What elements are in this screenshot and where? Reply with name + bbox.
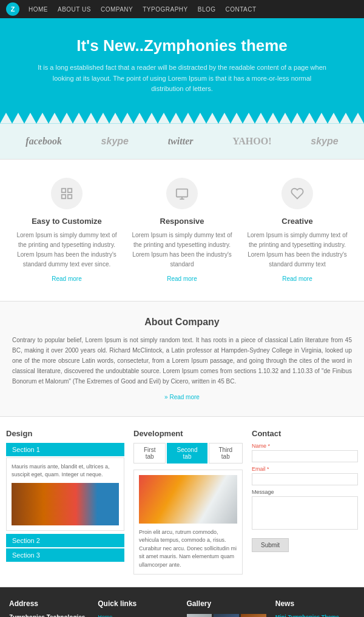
feature-3-desc: Lorem Ipsum is simply dummy text of the …: [246, 231, 349, 269]
brands-section: facebook skype twitter YAHOO! skype: [0, 124, 364, 159]
feature-2-read-more[interactable]: Read more: [167, 275, 197, 282]
news-item-1: Mini Zymphonies Theme 02/24/2015 - 11:41…: [275, 614, 355, 617]
news-1-title[interactable]: Mini Zymphonies Theme: [275, 614, 355, 617]
svg-rect-2: [62, 195, 66, 198]
footer-top: Address Zymphonies Technologies Drupal D…: [0, 587, 364, 617]
three-col-section: Design Section 1 Mauris mauris ante, bla…: [0, 417, 364, 587]
section-1-image: [12, 483, 119, 525]
message-label: Message: [252, 489, 358, 495]
section-1-btn[interactable]: Section 1: [6, 443, 124, 456]
about-section: About Company Contrary to popular belief…: [0, 302, 364, 416]
gallery-title: Gallery: [187, 599, 266, 608]
feature-2-title: Responsive: [130, 217, 234, 226]
footer-gallery: Gallery View more: [187, 599, 266, 617]
company-name: Zymphonies Technologies: [9, 614, 89, 617]
about-read-more[interactable]: » Read more: [164, 394, 200, 400]
about-body: Contrary to popular belief, Lorem Ipsum …: [12, 335, 352, 386]
svg-rect-3: [68, 195, 72, 198]
contact-column: Contact Name * Email * Message Submit: [252, 429, 358, 575]
dev-content-area: Proin elit arcu, rutrum commodo, vehicul…: [133, 470, 243, 575]
features-section: Easy to Customize Lorem Ipsum is simply …: [0, 160, 364, 301]
navbar: Z HOME ABOUT US COMPANY TYPOGRAPHY BLOG …: [0, 0, 364, 18]
message-textarea[interactable]: [252, 496, 358, 530]
nav-about[interactable]: ABOUT US: [58, 6, 91, 13]
name-group: Name *: [252, 443, 358, 462]
svg-rect-0: [62, 189, 66, 192]
news-title: News: [275, 599, 355, 608]
section-1-text: Mauris mauris ante, blandit et, ultrices…: [12, 463, 119, 479]
svg-rect-1: [68, 189, 72, 192]
tab-third[interactable]: Third tab: [209, 443, 243, 464]
design-column: Design Section 1 Mauris mauris ante, bla…: [6, 429, 124, 575]
brand-facebook: facebook: [25, 136, 62, 147]
feature-1-desc: Lorem Ipsum is simply dummy text of the …: [15, 231, 119, 269]
zigzag-divider: [0, 113, 364, 124]
brand-skype-2: skype: [311, 136, 338, 147]
svg-rect-4: [177, 189, 187, 197]
heart-icon: [281, 178, 313, 209]
contact-title: Contact: [252, 429, 358, 438]
about-title: About Company: [12, 317, 352, 328]
dev-tabs: First tab Second tab Third tab: [133, 443, 243, 464]
footer-address: Address Zymphonies Technologies Drupal D…: [9, 599, 89, 617]
brand-twitter: twitter: [168, 136, 194, 147]
message-group: Message: [252, 489, 358, 531]
brand-yahoo: YAHOO!: [232, 136, 271, 147]
feature-creative: Creative Lorem Ipsum is simply dummy tex…: [246, 178, 349, 283]
brand-skype-1: skype: [101, 136, 129, 147]
tab-first[interactable]: First tab: [133, 443, 166, 464]
hero-title: It's New..Zymphonies theme: [12, 36, 352, 55]
section-3-btn[interactable]: Section 3: [6, 548, 124, 562]
gallery-thumb-3[interactable]: [241, 614, 266, 617]
section-1-content: Mauris mauris ante, blandit et, ultrices…: [6, 457, 124, 531]
feature-responsive: Responsive Lorem Ipsum is simply dummy t…: [130, 178, 234, 283]
monitor-icon: [166, 178, 198, 209]
feature-3-read-more[interactable]: Read more: [282, 275, 312, 282]
hero-section: It's New..Zymphonies theme It is a long …: [0, 18, 364, 113]
address-title: Address: [9, 599, 89, 608]
nav-logo: Z: [6, 2, 19, 16]
gallery-thumb-2[interactable]: [214, 614, 239, 617]
email-group: Email *: [252, 466, 358, 485]
nav-home[interactable]: HOME: [29, 6, 48, 13]
email-input[interactable]: [252, 473, 358, 485]
dev-image: [139, 475, 237, 524]
footer-quick-links: Quick links Home Service Premium Theme F…: [98, 599, 177, 617]
ql-home[interactable]: Home: [98, 614, 177, 617]
gallery-thumb-1[interactable]: [187, 614, 212, 617]
tab-second[interactable]: Second tab: [167, 443, 207, 464]
nav-typography[interactable]: TYPOGRAPHY: [143, 6, 187, 13]
development-column: Development First tab Second tab Third t…: [133, 429, 243, 575]
name-input[interactable]: [252, 450, 358, 462]
nav-contact[interactable]: CONTACT: [226, 6, 257, 13]
feature-1-title: Easy to Customize: [15, 217, 119, 226]
feature-3-title: Creative: [246, 217, 349, 226]
footer-news: News Mini Zymphonies Theme 02/24/2015 - …: [275, 599, 355, 617]
feature-1-read-more[interactable]: Read more: [52, 275, 81, 282]
design-title: Design: [6, 429, 124, 438]
hero-description: It is a long established fact that a rea…: [36, 62, 328, 95]
development-title: Development: [133, 429, 243, 438]
nav-blog[interactable]: BLOG: [198, 6, 216, 13]
section-2-btn[interactable]: Section 2: [6, 534, 124, 547]
feature-2-desc: Lorem Ipsum is simply dummy text of the …: [130, 231, 234, 269]
grid-icon: [51, 178, 83, 209]
submit-button[interactable]: Submit: [252, 538, 289, 552]
nav-company[interactable]: COMPANY: [101, 6, 133, 13]
nav-links: HOME ABOUT US COMPANY TYPOGRAPHY BLOG CO…: [29, 6, 257, 13]
feature-customize: Easy to Customize Lorem Ipsum is simply …: [15, 178, 119, 283]
dev-text: Proin elit arcu, rutrum commodo, vehicul…: [139, 528, 237, 570]
quick-links-title: Quick links: [98, 599, 177, 608]
email-label: Email *: [252, 466, 358, 472]
gallery-grid: [187, 614, 266, 617]
name-label: Name *: [252, 443, 358, 449]
